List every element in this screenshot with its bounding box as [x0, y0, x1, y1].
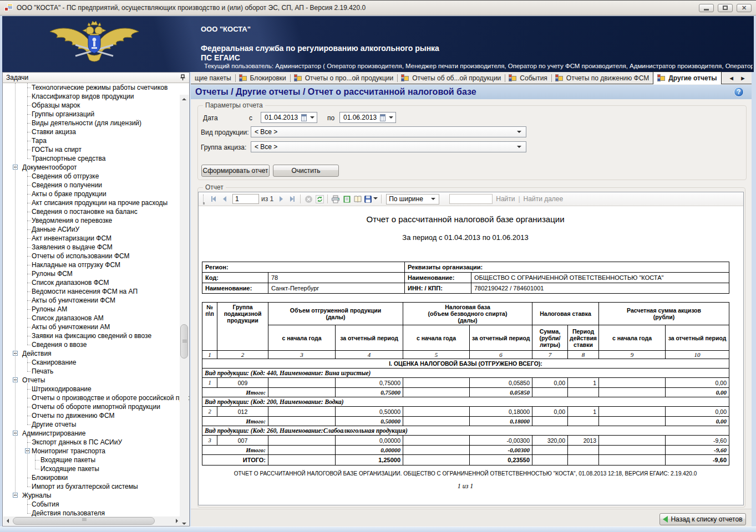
tree-item[interactable]: Список диапазонов ФСМ: [32, 278, 109, 287]
tree-item[interactable]: Акты об уничтожении АМ: [32, 323, 110, 331]
total-cell: 1,25000: [336, 455, 403, 466]
tree-item[interactable]: Заявления о выдаче ФСМ: [32, 243, 113, 252]
product-type-combobox[interactable]: < Все >: [251, 126, 526, 137]
tree-item[interactable]: Акт списания продукции на прочие расходы: [32, 198, 168, 207]
scroll-left-arrow[interactable]: [3, 516, 12, 525]
tab-scroll-left-icon[interactable]: ◄: [728, 75, 734, 81]
tree-item[interactable]: Отчеты по движению ФСМ: [32, 411, 114, 420]
tree-item[interactable]: Входящие пакеты: [40, 456, 95, 464]
tree-item[interactable]: Отчеты о производстве и обороте российск…: [32, 393, 190, 402]
last-page-icon[interactable]: [287, 193, 298, 204]
minimize-button[interactable]: [699, 4, 714, 12]
tree-item[interactable]: Сведения о постановке на баланс: [32, 207, 138, 216]
tree-item[interactable]: Классификатор видов продукции: [32, 92, 134, 101]
tree-item[interactable]: ГОСТы на спирт: [32, 145, 82, 154]
date-to-field[interactable]: 01.06.2013: [339, 112, 396, 123]
tree-vertical-scrollbar[interactable]: [180, 95, 189, 526]
date-from-field[interactable]: 01.04.2013: [261, 112, 317, 123]
tree-item[interactable]: Мониторинг транспорта: [32, 447, 105, 456]
tree-item[interactable]: Акты о браке продукции: [32, 190, 106, 198]
tree-item[interactable]: Сканирование: [32, 358, 76, 367]
tree-item[interactable]: События: [32, 500, 59, 509]
tree-item[interactable]: Документооборот: [22, 163, 77, 172]
tree-item[interactable]: Отчеты: [22, 376, 45, 385]
tab-scroll-right-icon[interactable]: ►: [740, 75, 746, 81]
tree-item[interactable]: Отчеты об использовании ФСМ: [32, 252, 130, 260]
save-export-icon[interactable]: [363, 193, 379, 204]
tree-item[interactable]: Отчеты об обороте импортной продукции: [32, 402, 160, 411]
tree-item[interactable]: Накладные на отгрузку ФСМ: [32, 260, 120, 269]
tree-item[interactable]: Виды деятельности (для лицензий): [32, 119, 141, 127]
tree-item[interactable]: Образцы марок: [32, 101, 80, 110]
close-button[interactable]: ✕: [737, 4, 752, 12]
tree-item[interactable]: Ведомости нанесения ФСМ на АП: [32, 287, 138, 296]
tree-item[interactable]: Действия: [22, 349, 52, 358]
tree-item[interactable]: Уведомления о перевозке: [32, 216, 112, 225]
tree-item[interactable]: Список диапазонов АМ: [32, 314, 104, 323]
data-cell: [403, 378, 470, 388]
tree-item[interactable]: Рулоны ФСМ: [32, 269, 73, 278]
first-page-icon[interactable]: [208, 193, 219, 204]
tab-6[interactable]: Отчеты по движению ФСМ: [551, 73, 653, 84]
tree-item[interactable]: Группы организаций: [32, 110, 94, 119]
tree-item[interactable]: Данные АСИиУ: [32, 225, 79, 234]
tree-item[interactable]: Импорт из бухгалтерской системы: [32, 482, 138, 491]
generate-report-button[interactable]: Сформировать отчет: [201, 165, 270, 177]
stop-icon[interactable]: [303, 193, 314, 204]
refresh-icon[interactable]: [314, 193, 325, 204]
tree-item[interactable]: Акт инвентаризации ФСМ: [32, 234, 111, 243]
tree-item[interactable]: Исходящие пакеты: [40, 464, 99, 473]
tree-item[interactable]: Печать: [32, 367, 53, 376]
help-icon[interactable]: ?: [734, 87, 744, 97]
tree-item[interactable]: Сведения о получении: [32, 181, 102, 190]
back-to-reports-button[interactable]: Назад к списку отчетов: [659, 513, 746, 525]
excise-group-combobox[interactable]: < Все >: [251, 141, 526, 152]
tree-item[interactable]: Акты об уничтожении ФСМ: [32, 296, 115, 305]
tab-1[interactable]: щие пакеты: [191, 73, 235, 84]
previous-page-icon[interactable]: [219, 193, 230, 204]
tree-item[interactable]: Ставки акциза: [32, 127, 76, 136]
zoom-combobox[interactable]: По ширине: [386, 194, 439, 204]
clear-button[interactable]: Очистить: [273, 165, 339, 177]
tree-item[interactable]: Журналы: [22, 491, 51, 500]
tree-item[interactable]: Транспортные средства: [32, 154, 105, 163]
find-input[interactable]: [449, 194, 493, 204]
tree-vscroll-thumb[interactable]: [180, 324, 188, 359]
maximize-button[interactable]: [718, 4, 733, 12]
tree-item[interactable]: Заявки на фиксацию сведений о ввозе: [32, 331, 151, 340]
page-setup-icon[interactable]: [352, 193, 363, 204]
tree-item[interactable]: Блокировки: [32, 473, 68, 482]
next-page-icon[interactable]: [276, 193, 287, 204]
tree-connector: [27, 487, 31, 487]
tab-4[interactable]: Отчеты об об...ой продукции: [397, 73, 505, 84]
tree-item[interactable]: Технологические режимы работы счетчиков: [32, 83, 168, 92]
print-icon[interactable]: [330, 193, 341, 204]
calendar-icon[interactable]: [301, 114, 307, 121]
tree-horizontal-scrollbar[interactable]: [3, 516, 181, 525]
tab-2[interactable]: Блокировки: [235, 73, 290, 84]
tree-item[interactable]: Сведения об отгрузке: [32, 172, 99, 181]
find-button[interactable]: Найти: [496, 195, 515, 203]
tree-item[interactable]: Штрихкодирование: [32, 385, 92, 393]
chevron-down-icon[interactable]: [389, 116, 393, 121]
pin-icon[interactable]: [180, 74, 186, 81]
chevron-down-icon[interactable]: [310, 116, 314, 121]
scroll-up-arrow[interactable]: [180, 95, 189, 104]
tree-item[interactable]: Экспорт данных в ПС АСИиУ: [32, 438, 122, 447]
report-toolbar: из 1 По ширине: [199, 192, 743, 206]
tree-item[interactable]: Администрирование: [22, 429, 85, 438]
page-number-input[interactable]: [232, 194, 259, 204]
tab-3[interactable]: Отчеты о про...ой продукции: [290, 73, 398, 84]
print-layout-icon[interactable]: [341, 193, 352, 204]
tree-hscroll-thumb[interactable]: [13, 517, 155, 525]
subtotal-cell: [599, 388, 666, 397]
scroll-right-arrow[interactable]: [172, 516, 181, 525]
find-next-button[interactable]: Найти далее: [524, 195, 564, 203]
tree-item[interactable]: Тара: [32, 136, 47, 145]
tab-7[interactable]: Другие отчеты: [653, 71, 721, 84]
tree-item[interactable]: Другие отчеты: [32, 420, 76, 429]
calendar-icon[interactable]: [380, 114, 385, 121]
tree-item[interactable]: Рулоны АМ: [32, 305, 67, 314]
tab-5[interactable]: События: [505, 73, 551, 84]
tree-item[interactable]: Сведения о ввозе: [32, 340, 87, 349]
